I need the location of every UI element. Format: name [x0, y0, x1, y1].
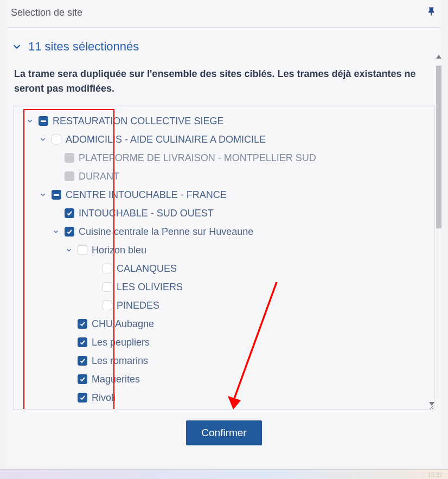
checkbox-checked[interactable]	[78, 393, 87, 403]
tree-node[interactable]: Les peupliers	[17, 333, 431, 352]
node-label: Les romarins	[92, 355, 148, 367]
node-label: Rivoli	[92, 392, 116, 404]
checkbox-disabled	[65, 153, 74, 163]
node-label: INTOUCHABLE - SUD OUEST	[79, 208, 214, 219]
pin-icon[interactable]	[426, 5, 437, 20]
site-count-text: 11 sites sélectionnés	[28, 40, 139, 54]
site-tree: RESTAURATION COLLECTIVE SIEGE ADOMICILIS…	[13, 106, 435, 410]
dialog-title: Selection de site	[11, 7, 82, 18]
confirm-button[interactable]: Confirmer	[186, 420, 261, 445]
checkbox-unchecked[interactable]	[103, 282, 112, 292]
tree-node[interactable]: CHU Aubagne	[17, 315, 431, 333]
checkbox-checked[interactable]	[78, 337, 87, 347]
checkbox-checked[interactable]	[78, 374, 87, 384]
tree-node[interactable]: PLATEFORME DE LIVRAISON - MONTPELLIER SU…	[17, 149, 431, 167]
node-label: LES OLIVIERS	[117, 282, 183, 293]
tree-node[interactable]: INTOUCHABLE - SUD OUEST	[17, 204, 431, 222]
node-label: DURANT	[79, 171, 119, 182]
tree-node[interactable]: Cuisine centrale la Penne sur Huveaune	[17, 222, 431, 241]
node-label: CHU Aubagne	[92, 318, 154, 330]
node-label: Cuisine centrale la Penne sur Huveaune	[79, 226, 253, 238]
checkbox-checked[interactable]	[65, 208, 74, 218]
chevron-down-icon[interactable]	[65, 246, 73, 254]
checkbox-unchecked[interactable]	[103, 301, 112, 310]
node-label: PLATEFORME DE LIVRAISON - MONTPELLIER SU…	[79, 152, 316, 164]
node-label: Maguerites	[92, 374, 140, 385]
checkbox-disabled	[65, 171, 74, 181]
chevron-down-icon	[11, 41, 23, 53]
checkbox-unchecked[interactable]	[78, 245, 87, 255]
node-label: PINEDES	[117, 300, 159, 311]
node-label: RESTAURATION COLLECTIVE SIEGE	[53, 116, 223, 127]
node-label: Les peupliers	[92, 337, 150, 348]
checkbox-indeterminate[interactable]	[39, 116, 48, 126]
tree-node[interactable]: Les romarins	[17, 352, 431, 370]
footer-time: 15:22	[427, 471, 443, 478]
checkbox-unchecked[interactable]	[52, 135, 61, 144]
scrollbar-thumb[interactable]	[436, 66, 441, 228]
node-label: ADOMICILIS - AIDE CULINAIRE A DOMICILE	[66, 134, 266, 145]
tree-node[interactable]: CENTRE INTOUCHABLE - FRANCE	[17, 186, 431, 204]
checkbox-unchecked[interactable]	[103, 264, 112, 273]
tree-node[interactable]: PINEDES	[17, 296, 431, 315]
tree-node[interactable]: Maguerites	[17, 370, 431, 388]
checkbox-checked[interactable]	[65, 227, 74, 237]
tree-node[interactable]: Horizon bleu	[17, 241, 431, 259]
scroll-up-icon[interactable]	[436, 55, 441, 59]
chevron-down-icon[interactable]	[39, 191, 47, 199]
tree-node[interactable]: Rivoli	[17, 388, 431, 407]
chevron-down-icon[interactable]	[52, 228, 60, 235]
tree-node[interactable]: ADOMICILIS - AIDE CULINAIRE A DOMICILE	[17, 130, 431, 149]
node-label: CALANQUES	[117, 263, 177, 274]
tree-node[interactable]: LES OLIVIERS	[17, 278, 431, 296]
footer-bar: 15:22	[0, 469, 448, 479]
checkbox-indeterminate[interactable]	[52, 190, 61, 200]
site-count-summary[interactable]: 11 sites sélectionnés	[10, 40, 438, 63]
tree-node-root[interactable]: RESTAURATION COLLECTIVE SIEGE	[17, 112, 431, 130]
chevron-down-icon[interactable]	[25, 117, 34, 125]
checkbox-checked[interactable]	[78, 319, 87, 329]
node-label: Horizon bleu	[92, 245, 146, 256]
checkbox-checked[interactable]	[78, 356, 87, 366]
description-text: La trame sera dupliquée sur l'ensemble d…	[10, 63, 438, 106]
resize-handle[interactable]	[428, 404, 433, 409]
chevron-down-icon[interactable]	[39, 136, 47, 143]
tree-node[interactable]: CALANQUES	[17, 259, 431, 278]
tree-node[interactable]: DURANT	[17, 167, 431, 186]
node-label: CENTRE INTOUCHABLE - FRANCE	[66, 189, 227, 201]
